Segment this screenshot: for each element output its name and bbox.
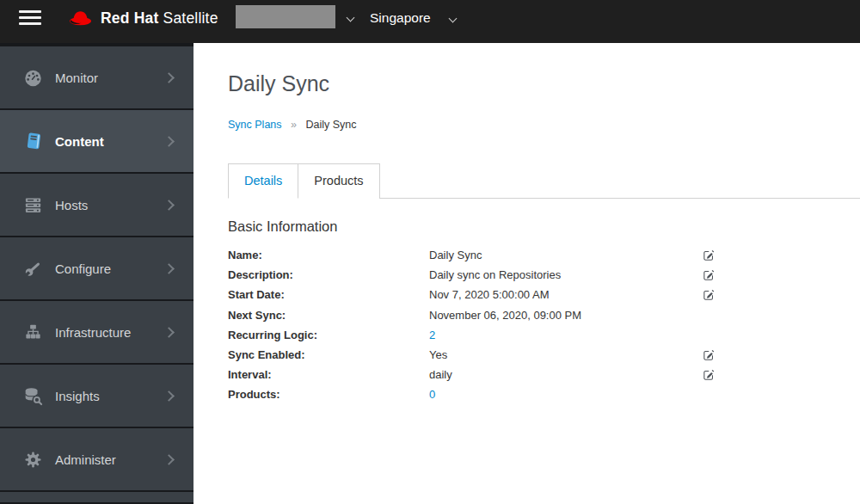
info-value: daily	[429, 365, 697, 384]
organization-dropdown[interactable]	[236, 5, 353, 28]
sidebar-item-partial[interactable]	[0, 492, 194, 502]
redhat-fedora-icon	[67, 8, 94, 28]
info-label: Description:	[228, 265, 429, 285]
chevron-right-icon	[163, 136, 175, 147]
brand-name: Red Hat	[101, 9, 159, 28]
breadcrumb-current: Daily Sync	[305, 119, 356, 131]
edit-icon[interactable]	[697, 369, 715, 381]
sidebar-item-infrastructure[interactable]: Infrastructure	[0, 301, 194, 363]
sidebar-item-label: Monitor	[55, 71, 98, 85]
info-value-link[interactable]: 0	[429, 384, 697, 404]
basic-information-grid: Name: Daily Sync Description: Daily sync…	[228, 245, 715, 405]
organization-value-redacted	[236, 5, 335, 28]
info-row-sync-enabled: Sync Enabled: Yes	[228, 345, 715, 365]
server-icon	[23, 195, 43, 215]
section-title: Basic Information	[228, 218, 860, 235]
gear-icon	[23, 450, 43, 470]
info-row-start-date: Start Date: Nov 7, 2020 5:00:00 AM	[228, 285, 715, 304]
hamburger-menu-button[interactable]	[19, 10, 41, 25]
chevron-right-icon	[163, 263, 175, 274]
sidebar-item-label: Content	[55, 134, 104, 149]
sitemap-icon	[23, 323, 43, 342]
wrench-icon	[23, 259, 43, 279]
info-label: Start Date:	[228, 285, 429, 304]
sidebar-item-label: Configure	[55, 261, 111, 276]
edit-icon[interactable]	[697, 289, 715, 301]
tab-products[interactable]: Products	[298, 163, 379, 199]
info-value: Daily Sync	[429, 245, 697, 265]
info-row-recurring-logic: Recurring Logic: 2	[228, 325, 715, 345]
tab-bar: Details Products	[228, 163, 860, 199]
book-icon	[23, 132, 43, 151]
chevron-right-icon	[163, 327, 175, 338]
breadcrumb-link-sync-plans[interactable]: Sync Plans	[228, 119, 282, 131]
info-label: Name:	[228, 245, 429, 265]
sidebar-item-label: Hosts	[55, 198, 88, 212]
tab-details[interactable]: Details	[228, 163, 298, 199]
chevron-down-icon	[347, 14, 355, 22]
edit-icon[interactable]	[697, 349, 715, 361]
info-row-products: Products: 0	[228, 384, 715, 404]
sidebar-item-insights[interactable]: Insights	[0, 365, 194, 427]
info-row-next-sync: Next Sync: November 06, 2020, 09:00 PM	[228, 305, 715, 325]
sidebar-item-content[interactable]: Content	[0, 110, 194, 172]
masthead: Red Hat Satellite Singapore	[0, 0, 860, 43]
sidebar-item-label: Insights	[55, 389, 100, 403]
info-label: Interval:	[228, 365, 429, 384]
info-value: Daily sync on Repositories	[429, 265, 697, 285]
info-row-interval: Interval: daily	[228, 365, 715, 384]
brand-logo[interactable]: Red Hat Satellite	[67, 6, 218, 30]
info-value: Yes	[429, 345, 697, 365]
sidebar-item-administer[interactable]: Administer	[0, 428, 194, 490]
chevron-right-icon	[163, 454, 175, 465]
chevron-right-icon	[163, 72, 175, 83]
location-label: Singapore	[370, 10, 431, 26]
info-label: Sync Enabled:	[228, 345, 429, 365]
sidebar-item-label: Infrastructure	[55, 325, 131, 340]
info-row-description: Description: Daily sync on Repositories	[228, 265, 715, 285]
tachometer-icon	[23, 68, 43, 88]
info-label: Recurring Logic:	[228, 325, 429, 345]
chevron-right-icon	[163, 390, 175, 402]
sidebar-item-label: Administer	[55, 452, 116, 467]
info-label: Products:	[228, 384, 429, 404]
info-row-name: Name: Daily Sync	[228, 245, 715, 265]
main-content: Daily Sync Sync Plans » Daily Sync Detai…	[194, 43, 860, 504]
sidebar-item-monitor[interactable]: Monitor	[0, 46, 194, 108]
brand-product: Satellite	[163, 9, 218, 28]
chevron-right-icon	[163, 200, 175, 211]
breadcrumb: Sync Plans » Daily Sync	[228, 119, 860, 132]
sidebar-item-configure[interactable]: Configure	[0, 237, 194, 299]
vertical-nav: Monitor Content	[0, 43, 194, 504]
edit-icon[interactable]	[697, 269, 715, 281]
info-value: Nov 7, 2020 5:00:00 AM	[429, 285, 697, 304]
info-value-link[interactable]: 2	[429, 325, 697, 345]
database-search-icon	[23, 386, 43, 406]
edit-icon[interactable]	[697, 249, 715, 261]
sidebar-item-hosts[interactable]: Hosts	[0, 174, 194, 236]
location-dropdown[interactable]: Singapore	[370, 8, 456, 28]
page-title: Daily Sync	[228, 71, 860, 96]
chevron-down-icon	[448, 15, 457, 23]
info-value: November 06, 2020, 09:00 PM	[429, 305, 697, 325]
info-label: Next Sync:	[228, 305, 429, 325]
breadcrumb-separator: »	[291, 119, 297, 131]
